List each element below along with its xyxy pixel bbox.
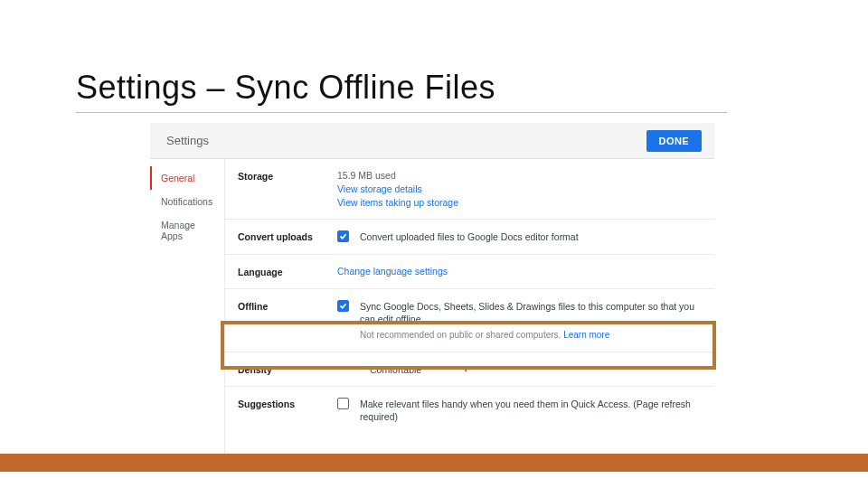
offline-learn-more-link[interactable]: Learn more	[563, 330, 609, 340]
chevron-down-icon[interactable]: ▼	[461, 364, 470, 374]
sidebar-item-notifications[interactable]: Notifications	[150, 190, 224, 213]
language-value: Change language settings	[337, 266, 702, 277]
storage-usage: 15.9 MB used	[337, 170, 396, 181]
storage-items-link[interactable]: View items taking up storage	[337, 197, 702, 208]
row-storage: Storage 15.9 MB used View storage detail…	[225, 159, 714, 220]
settings-title: Settings	[166, 134, 209, 147]
settings-sidebar: General Notifications Manage Apps	[150, 159, 224, 466]
suggestions-label: Suggestions	[238, 398, 337, 423]
offline-hint: Not recommended on public or shared comp…	[360, 329, 702, 342]
convert-checkbox[interactable]	[337, 230, 349, 242]
density-value: Comfortable ▼	[337, 363, 702, 375]
offline-value: Sync Google Docs, Sheets, Slides & Drawi…	[337, 300, 702, 341]
suggestions-text: Make relevant files handy when you need …	[360, 398, 702, 423]
row-suggestions: Suggestions Make relevant files handy wh…	[225, 387, 714, 434]
settings-panel: Settings DONE General Notifications Mana…	[150, 123, 714, 466]
convert-label: Convert uploads	[238, 230, 337, 243]
density-label: Density	[238, 363, 337, 375]
suggestions-value: Make relevant files handy when you need …	[337, 398, 702, 423]
title-underline	[76, 112, 727, 113]
storage-label: Storage	[238, 170, 337, 208]
row-offline: Offline Sync Google Docs, Sheets, Slides…	[225, 289, 714, 352]
slide-footer-bar	[0, 454, 868, 472]
language-link[interactable]: Change language settings	[337, 266, 702, 277]
settings-header: Settings DONE	[150, 123, 714, 159]
density-selected[interactable]: Comfortable	[370, 364, 421, 375]
sidebar-item-manage-apps[interactable]: Manage Apps	[150, 213, 224, 248]
offline-text: Sync Google Docs, Sheets, Slides & Drawi…	[360, 301, 694, 324]
settings-content: Storage 15.9 MB used View storage detail…	[224, 159, 714, 466]
storage-details-link[interactable]: View storage details	[337, 183, 702, 194]
row-convert-uploads: Convert uploads Convert uploaded files t…	[225, 220, 714, 255]
suggestions-checkbox[interactable]	[337, 398, 349, 409]
sidebar-item-general[interactable]: General	[150, 166, 224, 190]
row-density: Density Comfortable ▼	[225, 352, 714, 387]
slide-title: Settings – Sync Offline Files	[76, 69, 495, 107]
settings-body: General Notifications Manage Apps Storag…	[150, 159, 714, 466]
offline-label: Offline	[238, 300, 337, 341]
convert-text: Convert uploaded files to Google Docs ed…	[360, 230, 702, 243]
offline-checkbox[interactable]	[337, 300, 349, 312]
offline-text-block: Sync Google Docs, Sheets, Slides & Drawi…	[360, 300, 702, 341]
row-language: Language Change language settings	[225, 255, 714, 289]
done-button[interactable]: DONE	[646, 130, 702, 152]
offline-hint-text: Not recommended on public or shared comp…	[360, 330, 561, 340]
storage-value: 15.9 MB used View storage details View i…	[337, 170, 702, 208]
convert-value: Convert uploaded files to Google Docs ed…	[337, 230, 702, 243]
language-label: Language	[238, 266, 337, 277]
